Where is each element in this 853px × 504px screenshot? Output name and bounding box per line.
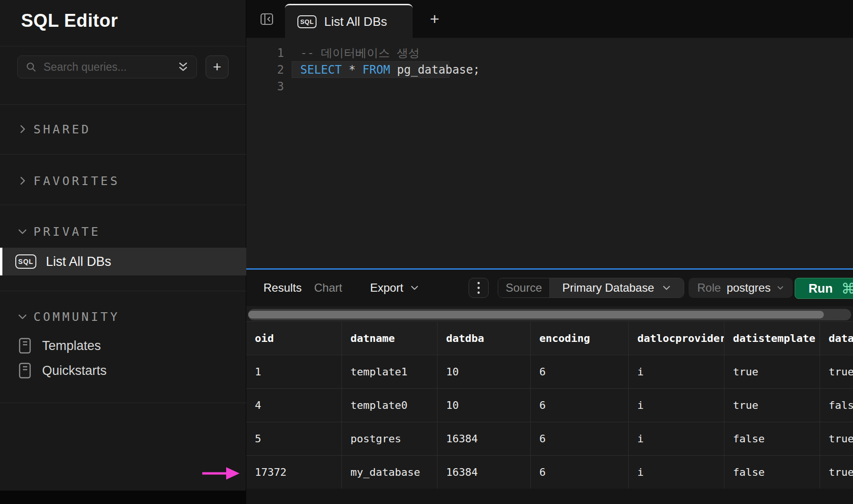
search-input[interactable]: Search queries... [17, 55, 197, 78]
book-icon [17, 337, 33, 354]
column-header[interactable]: oid [246, 322, 342, 355]
kebab-icon [477, 281, 481, 295]
table-cell[interactable]: 5 [246, 422, 342, 456]
section-label: SHARED [33, 122, 91, 136]
sidebar-section-shared[interactable]: SHARED [0, 117, 246, 142]
table-cell[interactable]: i [629, 389, 724, 422]
line-number: 3 [246, 80, 284, 93]
results-table: oid datname datdba encoding datlocprovid… [246, 321, 853, 489]
page-title: SQL Editor [21, 11, 118, 31]
collapse-sidebar-button[interactable] [259, 11, 275, 27]
column-header[interactable]: datdba [437, 322, 531, 355]
results-footer [246, 489, 853, 504]
table-cell[interactable]: 1 [246, 355, 342, 389]
table-cell[interactable]: true [820, 422, 853, 456]
database-dropdown[interactable]: Primary Database [550, 278, 684, 297]
new-query-button[interactable]: + [206, 55, 229, 78]
table-cell[interactable]: 10 [437, 355, 531, 389]
sql-keyword: FROM [362, 63, 390, 77]
sidebar-section-favorites[interactable]: FAVORITES [0, 168, 246, 193]
table-cell[interactable]: postgres [342, 422, 437, 456]
role-dropdown[interactable]: Role postgres [689, 278, 793, 298]
tab-label: List All DBs [324, 14, 387, 29]
table-cell[interactable]: template0 [342, 389, 437, 422]
chevron-right-icon [17, 175, 28, 186]
sidebar-section-private[interactable]: PRIVATE [0, 219, 246, 244]
annotation-arrow [198, 465, 242, 482]
horizontal-scrollbar-thumb[interactable] [248, 311, 824, 318]
sql-code-editor[interactable]: 1 -- 데이터베이스 생성 2 SELECT * FROM pg_databa… [246, 38, 853, 268]
table-cell[interactable]: i [629, 355, 724, 389]
table-cell[interactable]: 6 [531, 422, 629, 456]
sidebar-item-label: List All DBs [46, 254, 111, 269]
run-label: Run [809, 281, 833, 296]
table-cell[interactable]: my_database [342, 456, 437, 489]
tab-chart[interactable]: Chart [314, 270, 342, 306]
table-cell[interactable]: 6 [531, 389, 629, 422]
table-cell[interactable]: 4 [246, 389, 342, 422]
sidebar-item-list-all-dbs[interactable]: SQL List All DBs [0, 248, 246, 275]
table-cell[interactable]: 16384 [437, 422, 531, 456]
section-label: COMMUNITY [33, 310, 120, 324]
table-cell[interactable]: false [724, 456, 820, 489]
table-cell[interactable]: 16384 [437, 456, 531, 489]
table-cell-arrow-target[interactable]: 17372 [246, 456, 342, 489]
divider [0, 205, 246, 205]
table-cell[interactable]: false [724, 422, 820, 456]
sql-editor-app: { "sidebar": { "title": "SQL Editor", "s… [0, 0, 853, 504]
more-options-button[interactable] [469, 278, 489, 298]
sidebar-item-label: Templates [42, 339, 101, 353]
table-cell[interactable]: true [724, 389, 820, 422]
source-segment[interactable]: Source [498, 278, 550, 297]
sql-keyword: SELECT [300, 63, 342, 77]
table-cell[interactable]: 6 [531, 355, 629, 389]
double-chevron-down-icon[interactable] [177, 60, 189, 74]
panel-collapse-icon [259, 11, 274, 27]
section-label: PRIVATE [33, 225, 100, 239]
column-header[interactable]: datname [342, 322, 437, 355]
code-line-1: 1 -- 데이터베이스 생성 [246, 44, 853, 61]
new-tab-button[interactable]: + [424, 8, 445, 30]
code-line-3: 3 [246, 78, 853, 95]
tab-bar: SQL List All DBs + [246, 0, 853, 38]
column-header[interactable]: encoding [531, 322, 629, 355]
sidebar-section-community[interactable]: COMMUNITY [0, 304, 246, 329]
sql-identifier: pg_database; [390, 63, 480, 77]
table-cell[interactable]: true [820, 355, 853, 389]
results-toolbar: Results Chart Export Source Primary Data… [246, 270, 853, 306]
sidebar-item-templates[interactable]: Templates [0, 333, 246, 358]
chevron-down-icon [662, 283, 671, 293]
sidebar-bottom-strip [0, 491, 246, 504]
divider [0, 291, 246, 291]
table-cell[interactable]: 6 [531, 456, 629, 489]
column-header[interactable]: datlocprovider [629, 322, 724, 355]
sql-comment: -- 데이터베이스 생성 [300, 45, 420, 61]
sidebar-item-quickstarts[interactable]: Quickstarts [0, 358, 246, 383]
chevron-right-icon [17, 124, 28, 134]
search-icon [25, 61, 37, 73]
divider [0, 46, 246, 46]
search-placeholder: Search queries... [44, 61, 171, 74]
table-cell[interactable]: 10 [437, 389, 531, 422]
table-cell[interactable]: i [629, 456, 724, 489]
export-button[interactable]: Export [370, 270, 419, 306]
table-cell[interactable]: false [820, 389, 853, 422]
table-cell[interactable]: true [820, 456, 853, 489]
column-header[interactable]: datistemplate [724, 322, 820, 355]
tab-list-all-dbs[interactable]: SQL List All DBs [285, 4, 413, 38]
column-header[interactable]: datallowconn [820, 322, 853, 355]
run-button[interactable]: Run ⌘ [795, 278, 853, 299]
main-panel: SQL List All DBs + 1 -- 데이터베이스 생성 2 SELE… [246, 0, 853, 504]
table-cell[interactable]: true [724, 355, 820, 389]
tab-results[interactable]: Results [263, 270, 302, 306]
table-cell[interactable]: template1 [342, 355, 437, 389]
table-cell[interactable]: i [629, 422, 724, 456]
chevron-down-icon [776, 284, 784, 292]
database-dropdown-label: Primary Database [562, 281, 654, 295]
section-label: FAVORITES [33, 174, 120, 188]
sidebar: SQL Editor Search queries... + SHARED [0, 0, 246, 504]
command-key-icon: ⌘ [842, 280, 853, 297]
export-label: Export [370, 281, 403, 295]
line-number: 2 [246, 63, 284, 77]
divider [0, 154, 246, 154]
